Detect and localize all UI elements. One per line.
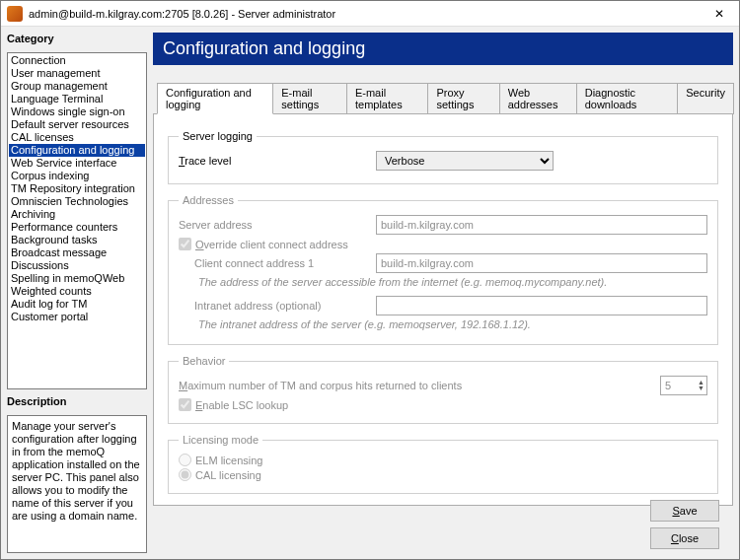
legend-server-logging: Server logging bbox=[179, 130, 257, 142]
legend-licensing: Licensing mode bbox=[179, 434, 262, 446]
sidebar: Category ConnectionUser managementGroup … bbox=[7, 33, 147, 553]
category-heading: Category bbox=[7, 33, 147, 44]
sidebar-item[interactable]: Web Service interface bbox=[9, 157, 145, 170]
main: Configuration and logging Configuration … bbox=[153, 33, 733, 553]
sidebar-item[interactable]: TM Repository integration bbox=[9, 182, 145, 195]
sidebar-item[interactable]: Background tasks bbox=[9, 234, 145, 246]
sidebar-item[interactable]: Configuration and logging bbox=[9, 144, 145, 157]
client-hint: The address of the server accessible fro… bbox=[198, 276, 707, 288]
server-address-input bbox=[376, 215, 707, 235]
sidebar-item[interactable]: Weighted counts bbox=[9, 285, 145, 298]
sidebar-item[interactable]: Default server resources bbox=[9, 118, 145, 131]
spinner-arrows-icon: ▲▼ bbox=[698, 380, 706, 391]
sidebar-item[interactable]: Broadcast message bbox=[9, 246, 145, 259]
main-area: Configuration and loggingE-mail settings… bbox=[153, 65, 733, 553]
tab[interactable]: Web addresses bbox=[499, 83, 577, 114]
sidebar-item[interactable]: Corpus indexing bbox=[9, 170, 145, 182]
tab-panel: Server logging Trace level Verbose Addre… bbox=[153, 113, 733, 506]
tabs: Configuration and loggingE-mail settings… bbox=[157, 83, 733, 114]
intranet-input bbox=[376, 296, 707, 315]
close-icon[interactable]: ✕ bbox=[700, 1, 739, 27]
sidebar-item[interactable]: CAL licenses bbox=[9, 131, 145, 144]
legend-behavior: Behavior bbox=[179, 355, 229, 367]
sidebar-item[interactable]: Connection bbox=[9, 54, 145, 67]
description-heading: Description bbox=[7, 395, 147, 407]
trace-level-label: Trace level bbox=[179, 155, 376, 167]
trace-level-select[interactable]: Verbose bbox=[376, 151, 554, 171]
body: Category ConnectionUser managementGroup … bbox=[1, 27, 739, 559]
save-button[interactable]: Save bbox=[650, 500, 719, 522]
tab[interactable]: Security bbox=[677, 83, 734, 114]
sidebar-item[interactable]: User management bbox=[9, 67, 145, 80]
app-icon bbox=[7, 6, 23, 22]
cal-label: CAL licensing bbox=[195, 469, 261, 481]
group-addresses: Addresses Server address Override client… bbox=[168, 194, 718, 345]
sidebar-item[interactable]: Group management bbox=[9, 80, 145, 93]
intranet-hint: The intranet address of the server (e.g.… bbox=[198, 318, 707, 330]
lsc-checkbox bbox=[179, 398, 191, 411]
sidebar-item[interactable]: Archiving bbox=[9, 208, 145, 221]
window-title: admin@build-m.kilgray.com:2705 [8.0.26] … bbox=[29, 8, 335, 20]
sidebar-item[interactable]: Windows single sign-on bbox=[9, 105, 145, 118]
server-address-label: Server address bbox=[179, 219, 376, 231]
sidebar-item[interactable]: Spelling in memoQWeb bbox=[9, 272, 145, 285]
close-button[interactable]: Close bbox=[650, 527, 719, 549]
sidebar-item[interactable]: Performance counters bbox=[9, 221, 145, 234]
group-server-logging: Server logging Trace level Verbose bbox=[168, 130, 718, 184]
category-list[interactable]: ConnectionUser managementGroup managemen… bbox=[7, 52, 147, 389]
lsc-label: Enable LSC lookup bbox=[195, 399, 288, 411]
legend-addresses: Addresses bbox=[179, 194, 238, 206]
client-addr-label: Client connect address 1 bbox=[194, 257, 376, 269]
titlebar: admin@build-m.kilgray.com:2705 [8.0.26] … bbox=[1, 1, 739, 27]
max-hits-label: Maximum number of TM and corpus hits ret… bbox=[179, 380, 660, 391]
elm-label: ELM licensing bbox=[195, 455, 262, 466]
tab[interactable]: Proxy settings bbox=[427, 83, 499, 114]
sidebar-item[interactable]: Audit log for TM bbox=[9, 298, 145, 311]
page-title: Configuration and logging bbox=[153, 33, 733, 65]
intranet-label: Intranet address (optional) bbox=[194, 300, 376, 312]
tab[interactable]: E-mail settings bbox=[272, 83, 347, 114]
window: admin@build-m.kilgray.com:2705 [8.0.26] … bbox=[0, 0, 740, 560]
override-label: Override client connect address bbox=[195, 239, 348, 250]
description-text: Manage your server's configuration after… bbox=[7, 415, 147, 553]
client-addr-input bbox=[376, 253, 707, 273]
sidebar-item[interactable]: Language Terminal bbox=[9, 93, 145, 105]
max-hits-spinner: 5 ▲▼ bbox=[660, 376, 707, 395]
sidebar-item[interactable]: Customer portal bbox=[9, 311, 145, 323]
cal-radio bbox=[179, 468, 191, 481]
group-behavior: Behavior Maximum number of TM and corpus… bbox=[168, 355, 718, 424]
sidebar-item[interactable]: Omniscien Technologies bbox=[9, 195, 145, 208]
elm-radio bbox=[179, 454, 191, 466]
tab[interactable]: Diagnostic downloads bbox=[576, 83, 679, 114]
group-licensing: Licensing mode ELM licensing CAL licensi… bbox=[168, 434, 718, 494]
override-checkbox bbox=[179, 238, 191, 250]
tab[interactable]: Configuration and logging bbox=[157, 83, 273, 114]
tab[interactable]: E-mail templates bbox=[346, 83, 429, 114]
sidebar-item[interactable]: Discussions bbox=[9, 259, 145, 272]
